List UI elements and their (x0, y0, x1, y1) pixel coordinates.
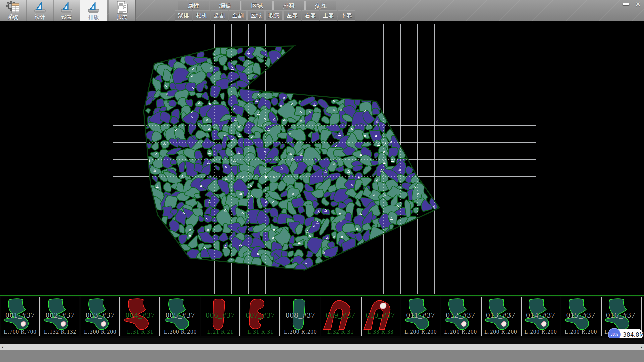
piece-lr-label: L:700 R:700 (1, 328, 39, 335)
action-button-select-cut[interactable]: 选割 (211, 10, 228, 21)
action-button-snap-top[interactable]: 上靠 (320, 10, 337, 21)
piece-id-label: 013_#37 (482, 311, 520, 320)
piece-thumbnail-004_#37[interactable]: 004_#37L:31 R:31 (121, 297, 160, 336)
ruler-icon (59, 1, 74, 14)
mode-button-label: 排版 (88, 14, 99, 21)
action-button-camera[interactable]: 相机 (193, 10, 210, 21)
piece-lr-label: L:31 R:31 (121, 328, 159, 335)
window-controls: ✕ (621, 1, 643, 8)
strip-lower-gap (0, 338, 644, 344)
mode-button-system[interactable]: 系统 (0, 0, 26, 21)
action-button-defect[interactable]: 瑕疵 (265, 10, 283, 21)
piece-lr-label: L:132 R:132 (41, 328, 79, 335)
piece-id-label: 001_#37 (1, 311, 39, 320)
mode-button-label: 系统 (8, 14, 18, 21)
action-button-area[interactable]: 区域 (247, 10, 265, 21)
piece-thumbnail-009_#37[interactable]: 009_#37L:32 R:31 (321, 297, 360, 336)
mode-button-label: 设置 (61, 14, 72, 21)
piece-thumbnail-013_#37[interactable]: 013_#37L:200 R:200 (481, 297, 520, 336)
tab-edit[interactable]: 编辑 (210, 1, 241, 10)
piece-thumbnail-017_#37[interactable]: 017_#37L:21 R:21 (641, 297, 644, 336)
piece-id-label: 015_#37 (561, 311, 600, 320)
piece-id-label: 014_#37 (522, 311, 560, 320)
piece-lr-label: L:200 R:200 (161, 328, 200, 335)
piece-thumbnail-010_#37[interactable]: 010_#37L:33 R:33 (361, 297, 400, 336)
piece-id-label: 006_#37 (201, 311, 239, 320)
nesting-app-window: 系统设计设置排版报表 属性编辑区域排料交互 聚排相机选割全割区域瑕疵左靠右靠上靠… (0, 0, 644, 362)
status-bar (0, 350, 644, 362)
minimize-icon (623, 3, 629, 5)
piece-lr-label: L:200 R:200 (522, 328, 560, 335)
piece-thumbnail-005_#37[interactable]: 005_#37L:200 R:200 (161, 297, 200, 336)
piece-id-label: 011_#37 (401, 311, 440, 320)
tab-region[interactable]: 区域 (241, 1, 273, 10)
piece-id-label: 016_#37 (602, 311, 640, 320)
ribbon-action-row: 聚排相机选割全割区域瑕疵左靠右靠上靠下靠 (175, 10, 356, 21)
piece-thumbnail-001_#37[interactable]: 001_#37L:700 R:700 (1, 297, 40, 336)
mode-button-layout[interactable]: 排版 (80, 0, 107, 21)
horizontal-scrollbar[interactable]: ‹ › (0, 344, 644, 350)
mode-button-design[interactable]: 设计 (27, 0, 53, 21)
piece-lr-label: L:21 R:21 (201, 328, 239, 335)
piece-thumbnail-012_#37[interactable]: 012_#37L:200 R:200 (441, 297, 480, 336)
piece-id-label: 003_#37 (81, 311, 119, 320)
piece-lr-label: L:31 R:31 (241, 328, 279, 335)
piece-lr-label: L:200 R:200 (81, 328, 119, 335)
action-button-cluster-nest[interactable]: 聚排 (175, 10, 192, 21)
piece-lr-label: L:200 R:200 (281, 328, 320, 335)
piece-lr-label: L:200 R:200 (561, 328, 600, 335)
gear-table-icon (6, 1, 20, 14)
piece-id-label: 004_#37 (121, 311, 159, 320)
mode-button-label: 报表 (117, 14, 127, 21)
piece-id-label: 005_#37 (161, 311, 200, 320)
action-button-snap-bottom[interactable]: 下靠 (338, 10, 355, 21)
tab-attributes[interactable]: 属性 (178, 1, 209, 10)
nesting-canvas[interactable] (0, 21, 644, 295)
piece-id-label: 017_#37 (642, 311, 644, 320)
mode-button-settings[interactable]: 设置 (54, 0, 80, 21)
piece-id-label: 007_#37 (241, 311, 279, 320)
piece-lr-label: L:200 R:200 (482, 328, 520, 335)
ruler-icon (33, 1, 47, 14)
piece-thumbnail-008_#37[interactable]: 008_#37L:200 R:200 (281, 297, 320, 336)
piece-thumbnail-015_#37[interactable]: 015_#37L:200 R:200 (561, 297, 600, 336)
action-button-snap-right[interactable]: 右靠 (302, 10, 319, 21)
piece-id-label: 009_#37 (321, 311, 360, 320)
main-mode-buttons: 系统设计设置排版报表 (0, 0, 136, 21)
piece-id-label: 002_#37 (41, 311, 79, 320)
close-button[interactable]: ✕ (633, 1, 643, 8)
report-icon (115, 1, 129, 14)
piece-thumbnail-002_#37[interactable]: 002_#37L:132 R:132 (41, 297, 79, 336)
piece-thumbnail-007_#37[interactable]: 007_#37L:31 R:31 (241, 297, 280, 336)
piece-thumbnail-014_#37[interactable]: 014_#37L:200 R:200 (521, 297, 560, 336)
piece-id-label: 012_#37 (441, 311, 480, 320)
tab-interact[interactable]: 交互 (305, 1, 336, 10)
scroll-right-icon[interactable]: › (639, 344, 644, 350)
action-button-cut-all[interactable]: 全割 (229, 10, 247, 21)
piece-lr-label: L:33 R:33 (362, 328, 400, 335)
piece-id-label: 010_#37 (362, 311, 400, 320)
mode-button-label: 设计 (35, 14, 45, 21)
mode-button-report[interactable]: 报表 (109, 0, 136, 21)
piece-lr-label: L:32 R:31 (321, 328, 360, 335)
piece-thumbnail-003_#37[interactable]: 003_#37L:200 R:200 (81, 297, 120, 336)
scroll-left-icon[interactable]: ‹ (0, 344, 5, 350)
piece-id-label: 008_#37 (281, 311, 320, 320)
action-button-snap-left[interactable]: 左靠 (283, 10, 301, 21)
piece-lr-label: L:200 R:200 (441, 328, 480, 335)
piece-lr-label: L:200 R:200 (401, 328, 440, 335)
piece-thumbnail-011_#37[interactable]: 011_#37L:200 R:200 (401, 297, 440, 336)
tab-nesting[interactable]: 排料 (273, 1, 305, 10)
piece-thumbnail-strip: 001_#37L:700 R:700002_#37L:132 R:132003_… (0, 296, 644, 338)
ruler-icon (86, 1, 101, 14)
ribbon-tab-row: 属性编辑区域排料交互 (178, 1, 337, 10)
memory-value: 384.8M (623, 331, 644, 338)
ribbon-toolbar: 系统设计设置排版报表 属性编辑区域排料交互 聚排相机选割全割区域瑕疵左靠右靠上靠… (0, 0, 644, 21)
minimize-button[interactable] (621, 1, 631, 8)
piece-thumbnail-006_#37[interactable]: 006_#37L:21 R:21 (201, 297, 240, 336)
